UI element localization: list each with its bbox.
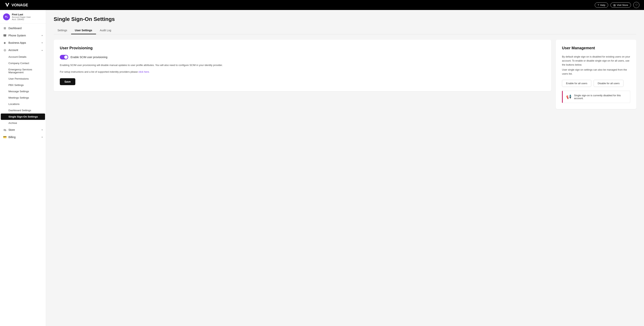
vonage-logo[interactable]: VONAGE xyxy=(4,2,28,8)
user-role: Account Super User xyxy=(12,16,31,18)
store-icon: ▤ xyxy=(613,4,616,7)
account-icon: ◎ xyxy=(3,48,6,52)
nav-item-account[interactable]: ◎ Account ▴ xyxy=(0,46,46,54)
vonage-logo-text: VONAGE xyxy=(12,3,28,7)
um-description2: User single sign-on settings can also be… xyxy=(562,68,630,76)
phone-system-chevron: ▾ xyxy=(42,34,43,37)
scim-toggle-label: Enable SCIM user provisioning xyxy=(70,56,107,59)
sidebar-item-company-contact[interactable]: Company Contact xyxy=(0,60,46,66)
user-account: Acct: 336462 xyxy=(12,18,31,21)
sso-status-notice: 📢 Single sign-on is currently disabled f… xyxy=(562,91,630,103)
sidebar-item-locations[interactable]: Locations xyxy=(0,101,46,107)
sidebar-item-archive[interactable]: Archive xyxy=(0,120,46,126)
user-provisioning-card: User Provisioning Enable SCIM user provi… xyxy=(54,40,551,91)
user-info: First Last Account Super User Acct: 3364… xyxy=(12,13,31,21)
help-icon: ? xyxy=(598,4,599,7)
user-management-title: User Management xyxy=(562,46,630,50)
top-navigation: VONAGE ? Help ▤ Visit Store ♡ xyxy=(0,0,644,10)
vonage-logo-icon xyxy=(4,2,10,8)
favorites-button[interactable]: ♡ xyxy=(633,2,640,8)
heart-icon: ♡ xyxy=(635,3,638,7)
toggle-knob xyxy=(64,56,68,59)
phone-icon: ☎ xyxy=(3,34,6,37)
sidebar-item-dashboard-settings[interactable]: Dashboard Settings xyxy=(0,107,46,114)
sso-notice-text: Single sign-on is currently disabled for… xyxy=(574,94,626,100)
business-apps-chevron: ▾ xyxy=(42,42,43,44)
sidebar: FL First Last Account Super User Acct: 3… xyxy=(0,10,46,326)
avatar: FL xyxy=(3,14,10,20)
nav-label-account: Account xyxy=(8,49,18,52)
provisioning-desc2: For setup instructions and a list of sup… xyxy=(60,70,545,74)
store-nav-icon: 🛍 xyxy=(3,128,6,132)
page-tabs: Settings User Settings Audit Log xyxy=(54,27,636,34)
tab-audit-log[interactable]: Audit Log xyxy=(96,27,115,34)
nav-item-business-apps[interactable]: ◈ Business Apps ▾ xyxy=(0,39,46,46)
tab-user-settings[interactable]: User Settings xyxy=(71,27,96,34)
sidebar-item-user-permissions[interactable]: User Permissions xyxy=(0,76,46,82)
sidebar-item-message-settings[interactable]: Message Settings xyxy=(0,88,46,95)
main-content: Single Sign-On Settings Settings User Se… xyxy=(46,10,644,326)
nav-item-phone-system[interactable]: ☎ Phone System ▾ xyxy=(0,32,46,39)
nav-label-business-apps: Business Apps xyxy=(8,41,26,44)
um-button-group: Enable for all users Disable for all use… xyxy=(562,80,630,87)
nav-label-store: Store xyxy=(8,128,15,131)
scim-toggle-row: Enable SCIM user provisioning xyxy=(60,55,545,60)
nav-item-dashboard[interactable]: ⊞ Dashboard xyxy=(0,25,46,32)
sidebar-item-pbx-settings[interactable]: PBX Settings xyxy=(0,82,46,88)
nav-label-dashboard: Dashboard xyxy=(8,27,22,30)
topnav-actions: ? Help ▤ Visit Store ♡ xyxy=(595,2,640,8)
user-provisioning-title: User Provisioning xyxy=(60,46,545,50)
scim-toggle[interactable] xyxy=(60,55,68,60)
sidebar-item-account-details[interactable]: Account Details xyxy=(0,54,46,60)
billing-icon: 💳 xyxy=(3,135,6,139)
sidebar-user-profile: FL First Last Account Super User Acct: 3… xyxy=(0,10,46,24)
visit-store-button[interactable]: ▤ Visit Store xyxy=(610,3,631,8)
nav-label-phone-system: Phone System xyxy=(8,34,26,37)
help-button[interactable]: ? Help xyxy=(595,3,608,8)
main-nav: ⊞ Dashboard ☎ Phone System ▾ ◈ Business … xyxy=(0,24,46,142)
um-description1: By default single sign-on is disabled fo… xyxy=(562,55,630,67)
billing-chevron: ▾ xyxy=(42,136,43,138)
business-apps-icon: ◈ xyxy=(3,41,6,45)
nav-label-billing: Billing xyxy=(8,136,16,139)
page-title: Single Sign-On Settings xyxy=(54,16,636,22)
sidebar-item-emergency-services[interactable]: Emergency Services Management xyxy=(0,66,46,76)
user-management-card: User Management By default single sign-o… xyxy=(556,40,636,109)
click-here-link[interactable]: click here. xyxy=(138,70,150,73)
enable-all-users-button[interactable]: Enable for all users xyxy=(562,80,591,87)
cards-container: User Provisioning Enable SCIM user provi… xyxy=(54,40,636,109)
tab-settings[interactable]: Settings xyxy=(54,27,71,34)
provisioning-desc1: Enabling SCIM user provisioning will dis… xyxy=(60,63,545,67)
account-chevron: ▴ xyxy=(42,49,43,51)
dashboard-icon: ⊞ xyxy=(3,27,6,30)
sidebar-item-meetings-settings[interactable]: Meetings Settings xyxy=(0,95,46,101)
nav-item-store[interactable]: 🛍 Store ▾ xyxy=(0,126,46,133)
sidebar-item-single-sign-on[interactable]: Single Sign-On Settings xyxy=(1,114,45,120)
user-name: First Last xyxy=(12,13,31,16)
save-button[interactable]: Save xyxy=(60,78,75,85)
nav-item-billing[interactable]: 💳 Billing ▾ xyxy=(0,133,46,141)
disable-all-users-button[interactable]: Disable for all users xyxy=(594,80,624,87)
megaphone-icon: 📢 xyxy=(566,94,571,99)
store-chevron: ▾ xyxy=(42,129,43,131)
